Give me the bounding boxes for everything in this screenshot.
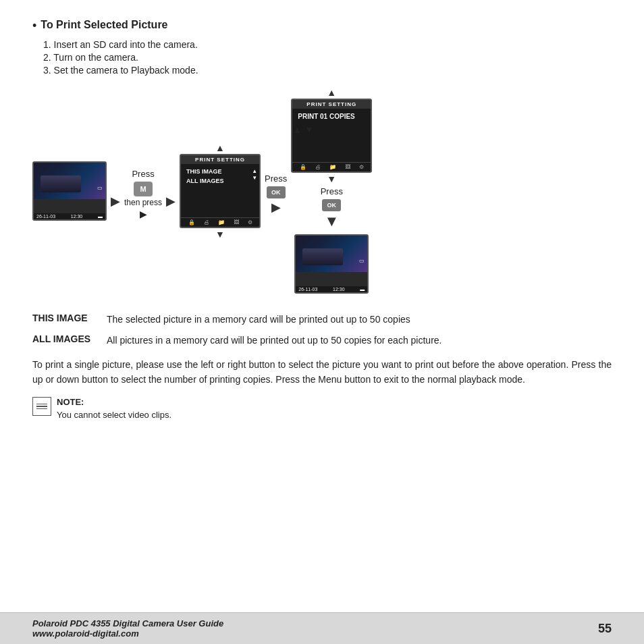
page: • To Print Selected Picture 1. Insert an… — [0, 0, 644, 644]
scroll-up: ▲ — [252, 169, 257, 174]
print-copies-screen: PRINT SETTING PRINT 01 COPIES ▲ ▼ 🔒 🖨 📁 — [291, 99, 372, 173]
camera-screen-2: ▶ 2048X1536 1000-0013 ▭ 26-11-03 12:30 ▬ — [294, 234, 369, 294]
battery-icon-2: ▬ — [360, 287, 365, 292]
note-box: NOTE: You cannot select video clips. — [32, 396, 612, 422]
scroll-arrows-1: ▲ ▼ — [252, 169, 257, 181]
icon-settings: ⚙ — [248, 219, 252, 225]
bullet-icon: • — [32, 19, 36, 34]
photo-area-1: ▭ — [34, 163, 105, 199]
press-label-1: Press — [132, 169, 154, 179]
body-text: To print a single picture, please use th… — [32, 357, 612, 387]
scroll-up-2: ▲ — [292, 124, 302, 135]
bottom-bar-1: 26-11-03 12:30 ▬ — [34, 213, 105, 219]
icon-image-2: 🖼 — [345, 164, 350, 170]
down-arrow-large: ▼ — [324, 213, 339, 230]
definitions: THIS IMAGE The selected picture in a mem… — [32, 313, 612, 348]
icon-lock-2: 🔒 — [300, 164, 306, 170]
all-images-item: ALL IMAGES — [186, 178, 254, 184]
ps-footer-1: 🔒 🖨 📁 🖼 ⚙ — [181, 217, 259, 227]
section-header: • To Print Selected Picture — [32, 19, 612, 36]
this-image-item: THIS IMAGE — [186, 168, 254, 175]
up-arrow-2: ▲ — [327, 88, 336, 97]
diagram-row: ▶ 2048X1536 1000-0013 ▭ 26-11-03 12:30 ▬ — [32, 88, 612, 294]
photo-area-2: ▭ — [296, 236, 367, 272]
step-1: 1. Insert an SD card into the camera. — [43, 39, 612, 50]
footer-line2: www.polaroid-digital.com — [32, 628, 223, 639]
arrow-2 — [162, 194, 180, 209]
image-icon-2: ▭ — [359, 258, 365, 264]
print-setting-screen-wrapper-1: ▲ PRINT SETTING THIS IMAGE ALL IMAGES ▲ … — [180, 143, 261, 239]
icon-folder: 📁 — [218, 219, 225, 225]
icon-folder-2: 📁 — [329, 164, 336, 170]
cam-time-2: 12:30 — [333, 287, 345, 292]
footer-page-number: 55 — [598, 622, 612, 636]
arrow-down-small: ▶ — [140, 209, 147, 219]
right-section: ▲ PRINT SETTING PRINT 01 COPIES ▲ ▼ 🔒 🖨 — [291, 88, 372, 294]
note-content: NOTE: You cannot select video clips. — [57, 396, 171, 422]
footer: Polaroid PDC 4355 Digital Camera User Gu… — [0, 612, 644, 644]
arrow-right-3: ▶ — [271, 200, 281, 215]
camera-screen-1: ▶ 2048X1536 1000-0013 ▭ 26-11-03 12:30 ▬ — [32, 161, 107, 221]
cam-date: 26-11-03 — [36, 214, 55, 219]
step-3: 3. Set the camera to Playback mode. — [43, 65, 612, 76]
pc-footer: 🔒 🖨 📁 🖼 ⚙ — [292, 162, 371, 171]
def-desc-1: The selected picture in a memory card wi… — [107, 313, 410, 327]
note-icon — [32, 397, 51, 416]
scroll-arrows-2: ▲ ▼ — [292, 124, 371, 135]
def-row-1: THIS IMAGE The selected picture in a mem… — [32, 313, 612, 327]
def-term-1: THIS IMAGE — [32, 313, 107, 323]
pc-header: PRINT SETTING — [292, 100, 371, 109]
then-press-label: then press — [124, 198, 162, 207]
press-ok-block-1: Press OK ▶ — [265, 173, 287, 215]
down-arrow-1: ▼ — [215, 230, 225, 239]
icon-image: 🖼 — [234, 219, 239, 225]
bottom-bar-2: 26-11-03 12:30 ▬ — [296, 286, 367, 292]
footer-left: Polaroid PDC 4355 Digital Camera User Gu… — [32, 618, 223, 639]
steps-list: 1. Insert an SD card into the camera. 2.… — [43, 39, 612, 76]
press-label-2: Press — [265, 173, 287, 184]
press-ok-below: Press OK ▼ — [321, 186, 343, 232]
def-row-2: ALL IMAGES All pictures in a memory card… — [32, 333, 612, 348]
scroll-down: ▼ — [252, 176, 257, 181]
def-term-2: ALL IMAGES — [32, 333, 107, 344]
icon-settings-2: ⚙ — [359, 164, 364, 170]
note-title: NOTE: — [57, 397, 84, 407]
icon-print-2: 🖨 — [315, 164, 321, 170]
section-title: To Print Selected Picture — [41, 19, 167, 31]
down-arrow-2: ▼ — [327, 174, 336, 184]
def-desc-2: All pictures in a memory card will be pr… — [107, 333, 441, 348]
m-button: M — [134, 182, 153, 196]
ok-button-2: OK — [322, 199, 341, 211]
footer-line1: Polaroid PDC 4355 Digital Camera User Gu… — [32, 618, 223, 628]
icon-print: 🖨 — [204, 219, 209, 225]
step-2: 2. Turn on the camera. — [43, 52, 612, 63]
image-icon: ▭ — [97, 185, 103, 191]
press-label-3: Press — [321, 186, 343, 196]
ps-body-1: THIS IMAGE ALL IMAGES — [181, 164, 259, 191]
print-copies-screen-wrapper: ▲ PRINT SETTING PRINT 01 COPIES ▲ ▼ 🔒 🖨 — [291, 88, 372, 184]
print-setting-screen-1: PRINT SETTING THIS IMAGE ALL IMAGES ▲ ▼ … — [180, 154, 261, 228]
ps-header-1: PRINT SETTING — [181, 155, 259, 164]
icon-lock: 🔒 — [188, 219, 195, 225]
cam-date-2: 26-11-03 — [298, 287, 317, 292]
note-text: You cannot select video clips. — [57, 410, 171, 420]
arrow-1 — [107, 194, 124, 209]
press-m-block: Press M then press ▶ — [124, 169, 162, 219]
pc-body: PRINT 01 COPIES — [292, 109, 371, 124]
diagram-wrapper: ▶ 2048X1536 1000-0013 ▭ 26-11-03 12:30 ▬ — [32, 88, 612, 294]
up-arrow-1: ▲ — [215, 143, 225, 153]
ok-button-1: OK — [267, 186, 286, 198]
cam-time: 12:30 — [71, 214, 83, 219]
battery-icon: ▬ — [98, 214, 103, 219]
scroll-down-2: ▼ — [304, 124, 314, 135]
content-area: • To Print Selected Picture 1. Insert an… — [0, 0, 644, 612]
